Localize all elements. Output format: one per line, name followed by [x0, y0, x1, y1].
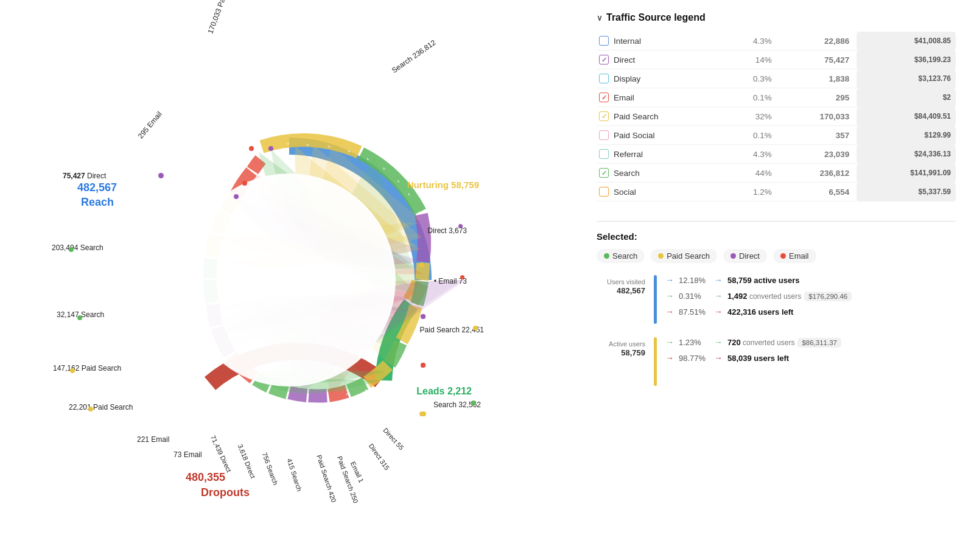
- stat-value-text: 1,492 converted users$176,290.46: [727, 292, 852, 301]
- selected-label: Selected:: [597, 231, 956, 242]
- legend-count: 75,427: [779, 51, 857, 69]
- stat-pct: 1.23%: [679, 338, 709, 347]
- legend-checkbox-paid-social[interactable]: [599, 130, 609, 140]
- search-right-dot: [471, 401, 476, 405]
- search-left-dot: [69, 247, 74, 252]
- legend-revenue: $129.99: [857, 126, 956, 145]
- legend-checkbox-display[interactable]: [599, 74, 609, 83]
- svg-point-20: [421, 363, 426, 368]
- legend-name: Display: [614, 74, 640, 83]
- legend-count: 23,039: [779, 145, 857, 164]
- stats-section: Users visited 482,567 → 12.18% → 58,759 …: [597, 275, 956, 386]
- legend-revenue: $41,008.85: [857, 32, 956, 51]
- paid-search-left-1-label: 147,162 Paid Search: [53, 364, 121, 373]
- paid-search-left-dot2: [88, 407, 93, 411]
- selected-pills: SearchPaid SearchDirectEmail: [597, 249, 956, 263]
- legend-name: Paid Search: [614, 112, 659, 121]
- stat-pct: 12.18%: [679, 276, 709, 285]
- legend-revenue: $3,123.76: [857, 69, 956, 88]
- stat-sub: converted users: [741, 338, 795, 347]
- arrow-icon2: →: [714, 275, 723, 285]
- stat-left-label: Users visited 482,567: [597, 275, 645, 295]
- legend-count: 1,838: [779, 69, 857, 88]
- legend-pct: 1.2%: [723, 183, 779, 201]
- arrow-icon2: →: [714, 291, 723, 301]
- arrow-icon: →: [665, 307, 674, 317]
- stat-row: → 1.23% → 720 converted users$86,311.37: [665, 337, 956, 347]
- svg-text:⌄: ⌄: [285, 139, 290, 147]
- arrow-icon: →: [665, 353, 674, 363]
- stat-bar: [654, 337, 657, 386]
- legend-count: 295: [779, 88, 857, 107]
- stat-block: Users visited 482,567 → 12.18% → 58,759 …: [597, 275, 956, 324]
- money-badge: $86,311.37: [797, 338, 841, 348]
- legend-name: Paid Social: [614, 131, 655, 140]
- stat-value-text: 422,316 users left: [727, 307, 793, 317]
- pill-paid-search[interactable]: Paid Search: [651, 249, 717, 263]
- legend-count: 6,554: [779, 183, 857, 201]
- legend-pct: 4.3%: [723, 32, 779, 51]
- legend-revenue: $5,337.59: [857, 183, 956, 201]
- stat-rows: → 12.18% → 58,759 active users → 0.31% →…: [665, 275, 956, 317]
- legend-pct: 0.1%: [723, 126, 779, 145]
- legend-checkbox-paid-search[interactable]: ✓: [599, 111, 609, 121]
- svg-point-21: [419, 262, 424, 267]
- stat-left-label: Active users 58,759: [597, 337, 645, 357]
- chord-container: ⌄ ⌄ ⌄ ⌄ ⌄ ⌄ ⌄ ⌄ ⌄ ⌄ ⌄ ⌄ ⌄ ⌄: [40, 18, 539, 542]
- chord-svg: ⌄ ⌄ ⌄ ⌄ ⌄ ⌄ ⌄ ⌄ ⌄ ⌄ ⌄ ⌄ ⌄ ⌄: [113, 103, 466, 457]
- legend-pct: 32%: [723, 107, 779, 126]
- legend-table: Internal 4.3% 22,886 $41,008.85 ✓ Direct…: [597, 32, 956, 201]
- legend-checkbox-internal[interactable]: [599, 36, 609, 46]
- pill-direct[interactable]: Direct: [723, 249, 767, 263]
- direct-left-label: 75,427 Direct: [63, 172, 106, 180]
- svg-point-16: [268, 146, 273, 151]
- paid-search-left-dot: [70, 368, 75, 373]
- legend-checkbox-social[interactable]: [599, 187, 609, 197]
- legend-checkbox-direct[interactable]: ✓: [599, 55, 609, 65]
- legend-count: 236,812: [779, 164, 857, 183]
- stat-block: Active users 58,759 → 1.23% → 720 conver…: [597, 337, 956, 386]
- money-badge: $176,290.46: [804, 292, 852, 301]
- chord-diagram-panel: ⌄ ⌄ ⌄ ⌄ ⌄ ⌄ ⌄ ⌄ ⌄ ⌄ ⌄ ⌄ ⌄ ⌄: [0, 0, 578, 560]
- divider: [597, 221, 956, 222]
- stat-pct: 98.77%: [679, 354, 709, 363]
- search-bottom-2: 415 Search: [286, 458, 303, 492]
- legend-header: ∨ Traffic Source legend: [597, 12, 956, 23]
- reach-text-label: Reach: [81, 196, 114, 209]
- stat-side-text: Active users: [609, 340, 645, 348]
- stat-pct: 0.31%: [679, 292, 709, 301]
- stat-row: → 0.31% → 1,492 converted users$176,290.…: [665, 291, 956, 301]
- svg-point-15: [183, 173, 396, 387]
- paid-search-right-dot: [473, 326, 478, 331]
- stat-value-text: 58,759 active users: [727, 276, 800, 285]
- svg-text:⌄: ⌄: [305, 140, 310, 147]
- legend-count: 22,886: [779, 32, 857, 51]
- legend-name: Social: [614, 187, 636, 197]
- stat-pct: 87.51%: [679, 307, 709, 317]
- stat-bar: [654, 275, 657, 324]
- direct-right-dot: [458, 224, 463, 228]
- legend-checkbox-search[interactable]: ✓: [599, 168, 609, 178]
- stat-big-num: 482,567: [617, 286, 645, 295]
- stat-rows: → 1.23% → 720 converted users$86,311.37 …: [665, 337, 956, 363]
- dropouts-num-label: 480,355: [186, 471, 225, 484]
- stat-side-text: Users visited: [607, 278, 645, 286]
- legend-checkbox-referral[interactable]: [599, 149, 609, 159]
- legend-chevron[interactable]: ∨: [597, 13, 603, 23]
- arrow-icon: →: [665, 275, 674, 285]
- pill-email[interactable]: Email: [773, 249, 816, 263]
- svg-point-26: [249, 146, 254, 151]
- legend-revenue: $2: [857, 88, 956, 107]
- legend-name: Referral: [614, 150, 643, 159]
- arrow-icon2: →: [714, 353, 723, 363]
- email-right-dot: [460, 275, 464, 279]
- legend-checkbox-email[interactable]: ✓: [599, 93, 609, 102]
- arrow-icon: →: [665, 337, 674, 347]
- svg-point-18: [421, 314, 426, 319]
- reach-num-label: 482,567: [77, 181, 117, 194]
- svg-text:⌄: ⌄: [378, 381, 387, 388]
- dropouts-text-label: Dropouts: [201, 486, 250, 499]
- legend-pct: 0.3%: [723, 69, 779, 88]
- pill-search[interactable]: Search: [597, 249, 645, 263]
- legend-pct: 4.3%: [723, 145, 779, 164]
